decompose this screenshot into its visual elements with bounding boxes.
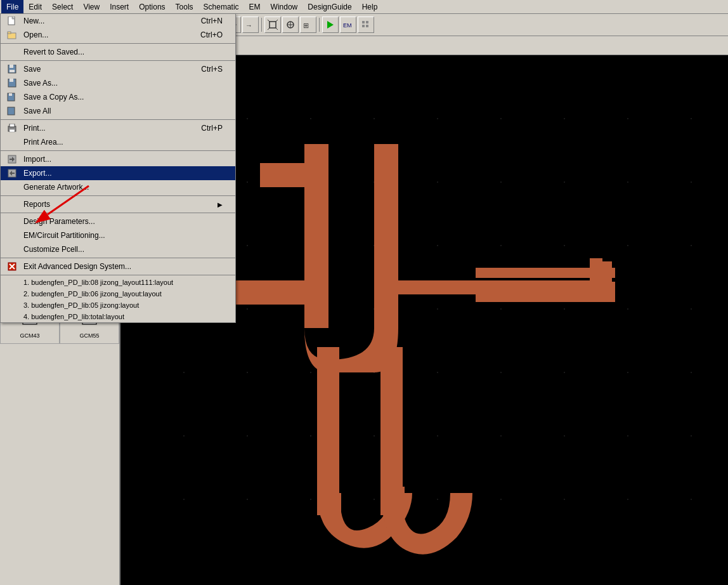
menu-edit[interactable]: Edit — [23, 0, 47, 13]
export-icon — [6, 168, 18, 178]
menu-schematic[interactable]: Schematic — [198, 0, 244, 13]
menu-window[interactable]: Window — [266, 0, 303, 13]
svg-point-168 — [500, 499, 502, 500]
menu-item-import[interactable]: Import... — [1, 152, 235, 166]
svg-rect-190 — [8, 16, 15, 25]
menu-sep-7 — [1, 258, 235, 258]
menu-sep-5 — [1, 195, 235, 196]
svg-point-158 — [437, 435, 438, 437]
svg-point-167 — [437, 499, 438, 500]
exit-icon — [6, 261, 18, 272]
tb-fit[interactable] — [264, 16, 281, 33]
svg-rect-36 — [366, 21, 368, 23]
tb-grid[interactable] — [358, 16, 374, 33]
menu-file[interactable]: File — [1, 0, 23, 13]
menu-item-recent4[interactable]: 4. budengfen_PD_lib:total:layout — [1, 311, 235, 322]
menu-item-customizepcell[interactable]: Customize Pcell... — [1, 242, 235, 256]
svg-line-27 — [268, 28, 270, 30]
menu-sep-4 — [1, 150, 235, 151]
menu-sep-6 — [1, 213, 235, 213]
menu-tools[interactable]: Tools — [171, 0, 198, 13]
tb-select-all[interactable] — [282, 16, 299, 33]
import-icon — [6, 154, 18, 164]
svg-point-164 — [247, 499, 248, 500]
svg-point-143 — [627, 308, 628, 310]
svg-point-157 — [374, 435, 375, 437]
menu-item-recent1[interactable]: 1. budengfen_PD_lib:08 jizong_layout111:… — [1, 277, 235, 288]
menu-item-reports[interactable]: Reports ▶ — [1, 197, 235, 211]
menu-select[interactable]: Select — [47, 0, 78, 13]
menu-bar: File Edit Select View Insert Options Too… — [0, 0, 728, 14]
svg-rect-172 — [304, 163, 328, 328]
comp-label-gcm43: GCM43 — [20, 332, 39, 339]
tb-run[interactable] — [322, 16, 339, 33]
svg-point-141 — [500, 308, 502, 310]
menu-item-export[interactable]: Export... — [1, 166, 235, 180]
svg-point-134 — [627, 245, 628, 246]
svg-rect-173 — [374, 163, 398, 328]
svg-point-128 — [247, 245, 248, 246]
menu-item-save[interactable]: Save Ctrl+S — [1, 62, 235, 76]
svg-point-126 — [691, 181, 692, 183]
menu-item-designparams[interactable]: Design Parameters... — [1, 214, 235, 228]
svg-line-25 — [268, 20, 270, 22]
menu-options[interactable]: Options — [134, 0, 170, 13]
file-dropdown-menu[interactable]: New... Ctrl+N Open... Ctrl+O Revert to S… — [0, 14, 236, 323]
menu-item-recent3[interactable]: 3. budengfen_PD_lib:05 jizong:layout — [1, 299, 235, 311]
svg-rect-196 — [10, 70, 15, 72]
svg-rect-200 — [9, 93, 12, 96]
menu-item-exit[interactable]: Exit Advanced Design System... — [1, 260, 235, 273]
svg-text:⊞: ⊞ — [303, 22, 309, 29]
svg-rect-24 — [270, 22, 276, 28]
svg-point-146 — [247, 372, 248, 373]
menu-item-printarea[interactable]: Print Area... — [1, 135, 235, 149]
svg-line-26 — [276, 20, 278, 22]
svg-point-119 — [247, 181, 248, 183]
svg-point-111 — [310, 118, 311, 119]
tb-zoom6[interactable]: → — [242, 16, 259, 33]
svg-point-161 — [627, 435, 628, 437]
svg-point-116 — [627, 118, 628, 119]
svg-text:→: → — [245, 22, 252, 29]
svg-point-152 — [627, 372, 628, 373]
svg-point-112 — [374, 118, 375, 119]
menu-help[interactable]: Help — [357, 0, 383, 13]
save-icon — [6, 64, 18, 74]
svg-point-154 — [183, 435, 185, 437]
menu-insert[interactable]: Insert — [105, 0, 134, 13]
savecopy-icon — [6, 92, 18, 102]
menu-em[interactable]: EM — [244, 0, 266, 13]
menu-item-recent2[interactable]: 2. budengfen_PD_lib:06 jizong_layout:lay… — [1, 288, 235, 299]
menu-item-open[interactable]: Open... Ctrl+O — [1, 28, 235, 42]
menu-item-generate[interactable]: Generate Artwork... — [1, 180, 235, 194]
menu-item-savecopy[interactable]: Save a Copy As... — [1, 90, 235, 104]
svg-point-133 — [564, 245, 565, 246]
comp-label-gcm55: GCM55 — [79, 332, 99, 339]
reports-arrow: ▶ — [218, 201, 223, 208]
menu-sep-2 — [1, 60, 235, 61]
tb-em1[interactable]: EM — [340, 16, 356, 33]
svg-point-113 — [437, 118, 438, 119]
svg-point-155 — [247, 435, 248, 437]
svg-point-114 — [500, 118, 502, 119]
svg-point-132 — [500, 245, 502, 246]
svg-point-169 — [564, 499, 565, 500]
svg-line-28 — [276, 28, 278, 30]
svg-point-160 — [564, 435, 565, 437]
svg-point-140 — [437, 308, 438, 310]
svg-point-142 — [564, 308, 565, 310]
menu-item-revert[interactable]: Revert to Saved... — [1, 45, 235, 59]
menu-item-saveall[interactable]: Save All — [1, 104, 235, 118]
menu-item-saveas[interactable]: Save As... — [1, 76, 235, 90]
menu-item-print[interactable]: Print... Ctrl+P — [1, 121, 235, 135]
tb-layer1[interactable]: ⊞ — [300, 16, 316, 33]
menu-item-new[interactable]: New... Ctrl+N — [1, 14, 235, 28]
menu-designguide[interactable]: DesignGuide — [302, 0, 356, 13]
menu-item-emcircuit[interactable]: EM/Circuit Partitioning... — [1, 228, 235, 242]
svg-text:EM: EM — [343, 22, 352, 29]
svg-point-145 — [183, 372, 185, 373]
svg-point-171 — [691, 499, 692, 500]
menu-view[interactable]: View — [78, 0, 105, 13]
svg-rect-204 — [10, 129, 15, 132]
svg-rect-195 — [10, 65, 13, 68]
